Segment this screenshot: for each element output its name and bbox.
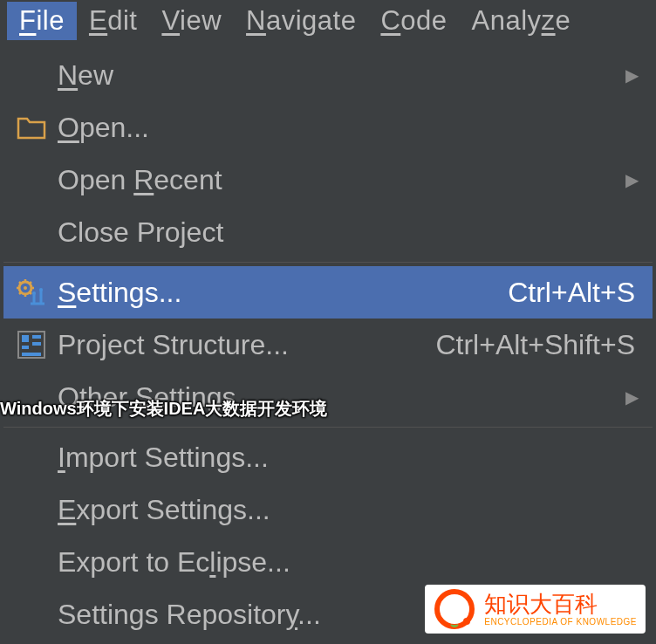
submenu-arrow-icon: ▶ bbox=[625, 169, 639, 190]
submenu-arrow-icon: ▶ bbox=[625, 65, 639, 86]
menubar-item-analyze[interactable]: Analyze bbox=[460, 2, 584, 40]
menu-icon-empty bbox=[12, 438, 51, 476]
watermark-chinese: 知识大百科 bbox=[484, 592, 637, 617]
menu-shortcut: Ctrl+Alt+Shift+S bbox=[435, 329, 639, 361]
svg-point-11 bbox=[463, 618, 470, 625]
menu-label: Export Settings... bbox=[58, 494, 639, 526]
menu-icon-empty bbox=[12, 490, 51, 529]
menu-label: Import Settings... bbox=[58, 442, 639, 474]
menu-icon-empty bbox=[12, 543, 51, 581]
menu-label: Open... bbox=[58, 112, 639, 144]
menu-icon-empty bbox=[12, 161, 51, 199]
svg-rect-7 bbox=[22, 346, 29, 349]
menu-label: Project Structure... bbox=[58, 329, 435, 361]
menubar-item-navigate[interactable]: Navigate bbox=[234, 2, 368, 40]
menu-icon-empty bbox=[12, 56, 51, 94]
menu-item-export-to-eclipse---[interactable]: Export to Eclipse... bbox=[3, 536, 653, 588]
svg-point-1 bbox=[24, 286, 27, 290]
structure-icon bbox=[12, 325, 51, 364]
file-menu-dropdown: New▶Open...Open Recent▶Close ProjectSett… bbox=[3, 42, 653, 641]
menubar: FileEditViewNavigateCodeAnalyze bbox=[0, 0, 656, 42]
watermark-text: 知识大百科 ENCYCLOPEDIA OF KNOWLEDGE bbox=[484, 592, 637, 627]
svg-rect-6 bbox=[32, 335, 41, 339]
watermark-logo-icon bbox=[434, 588, 475, 630]
svg-rect-9 bbox=[22, 353, 41, 356]
menu-icon-empty bbox=[12, 213, 51, 251]
folder-icon bbox=[12, 108, 51, 147]
menu-label: Open Recent bbox=[58, 164, 618, 196]
svg-point-3 bbox=[39, 288, 43, 291]
menubar-item-file[interactable]: File bbox=[7, 2, 77, 40]
submenu-arrow-icon: ▶ bbox=[625, 387, 639, 408]
menu-label: Close Project bbox=[58, 216, 639, 249]
menubar-item-view[interactable]: View bbox=[149, 2, 234, 40]
svg-rect-5 bbox=[22, 335, 29, 342]
menubar-item-code[interactable]: Code bbox=[368, 2, 459, 40]
watermark: 知识大百科 ENCYCLOPEDIA OF KNOWLEDGE bbox=[425, 585, 646, 634]
menu-label: New bbox=[58, 59, 618, 92]
menu-item-export-settings---[interactable]: Export Settings... bbox=[3, 483, 653, 536]
overlay-caption: Windows环境下安装IDEA大数据开发环境 bbox=[0, 397, 327, 421]
menu-item-open---[interactable]: Open... bbox=[3, 101, 653, 154]
menu-separator bbox=[3, 427, 653, 428]
menu-item-import-settings---[interactable]: Import Settings... bbox=[3, 431, 653, 483]
menu-label: Export to Eclipse... bbox=[58, 546, 639, 579]
menu-icon-empty bbox=[12, 595, 51, 634]
menu-label: Settings... bbox=[58, 277, 508, 309]
menu-item-new[interactable]: New▶ bbox=[3, 49, 653, 101]
svg-point-2 bbox=[32, 291, 36, 295]
menu-item-close-project[interactable]: Close Project bbox=[3, 206, 653, 258]
menubar-item-edit[interactable]: Edit bbox=[77, 2, 149, 40]
settings-icon bbox=[12, 273, 51, 312]
menu-separator bbox=[3, 262, 653, 263]
svg-rect-8 bbox=[32, 342, 41, 346]
menu-item-project-structure---[interactable]: Project Structure...Ctrl+Alt+Shift+S bbox=[3, 319, 653, 371]
menu-shortcut: Ctrl+Alt+S bbox=[508, 277, 639, 309]
watermark-english: ENCYCLOPEDIA OF KNOWLEDGE bbox=[484, 617, 637, 627]
menu-item-settings---[interactable]: Settings...Ctrl+Alt+S bbox=[3, 266, 653, 319]
menu-item-open-recent[interactable]: Open Recent▶ bbox=[3, 154, 653, 206]
